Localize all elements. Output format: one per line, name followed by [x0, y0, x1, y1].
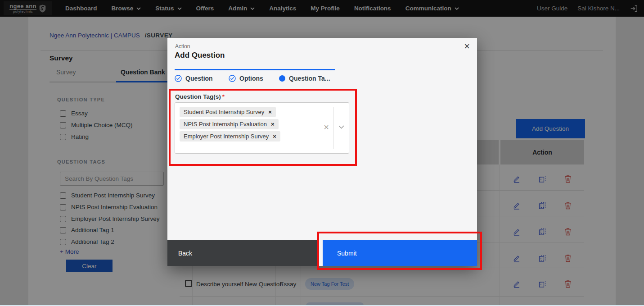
remove-tag-icon[interactable]: ×	[273, 133, 276, 140]
question-tags-field-label: Question Tag(s)*	[175, 93, 225, 100]
step-options[interactable]: Options	[229, 75, 263, 82]
select-divider	[333, 107, 333, 149]
selected-tag-label: NPIS Post Internship Evaluation	[184, 121, 267, 128]
selected-tag: Student Post Internship Survey ×	[180, 107, 276, 117]
required-asterisk: *	[222, 93, 225, 100]
step-label: Options	[239, 75, 263, 82]
remove-tag-icon[interactable]: ×	[271, 121, 275, 128]
selected-tag: Employer Post Internship Survey ×	[180, 131, 280, 142]
selected-tag-label: Student Post Internship Survey	[184, 109, 264, 115]
back-button[interactable]: Back	[167, 240, 318, 266]
modal-step-underline	[175, 69, 335, 70]
selected-tag-label: Employer Post Internship Survey	[184, 133, 269, 140]
chevron-down-icon[interactable]	[338, 125, 344, 129]
check-circle-icon	[229, 75, 236, 82]
step-question-tags[interactable]: Question Ta...	[279, 75, 330, 82]
clear-all-icon[interactable]: ×	[324, 123, 329, 132]
step-label: Question	[185, 75, 213, 82]
modal-kicker: Action	[175, 43, 190, 50]
selected-tag: NPIS Post Internship Evaluation ×	[180, 119, 279, 129]
step-label: Question Ta...	[289, 75, 330, 82]
remove-tag-icon[interactable]: ×	[268, 109, 272, 115]
modal-title: Add Question	[175, 51, 225, 60]
question-tags-multiselect[interactable]: Student Post Internship Survey × NPIS Po…	[175, 102, 349, 154]
close-icon[interactable]: ×	[464, 41, 470, 51]
add-question-modal: Action Add Question × Question Options Q…	[167, 38, 477, 266]
active-step-dot-icon	[279, 75, 285, 82]
submit-button[interactable]: Submit	[323, 240, 477, 266]
step-question[interactable]: Question	[175, 75, 213, 82]
field-label-text: Question Tag(s)	[175, 93, 221, 100]
check-circle-icon	[175, 75, 182, 82]
